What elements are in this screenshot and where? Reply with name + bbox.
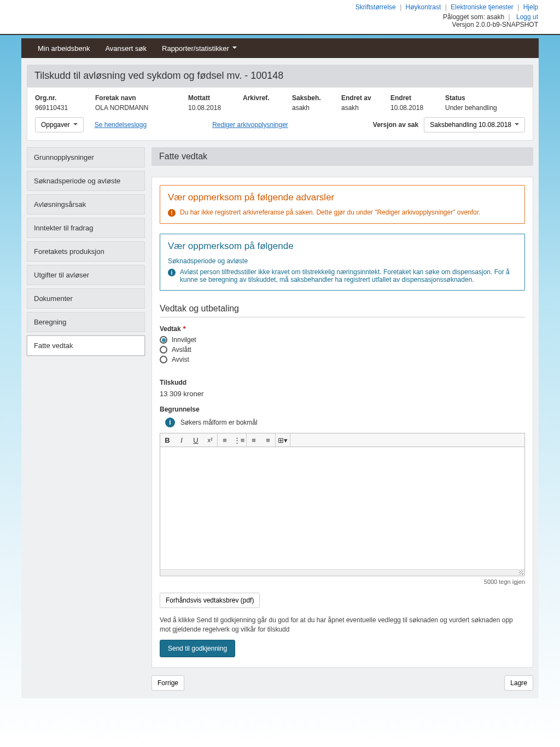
- begrunnelse-label: Begrunnelse: [160, 406, 525, 413]
- versjon-label: Versjon av sak: [373, 121, 418, 129]
- sidebar-item-4[interactable]: Foretakets produksjon: [27, 241, 145, 262]
- nav-advanced-search[interactable]: Avansert søk: [97, 44, 154, 53]
- page-title: Tilskudd til avløsning ved sykdom og fød…: [27, 65, 533, 87]
- resize-handle-icon[interactable]: [160, 569, 524, 576]
- foretak-value: OLA NORDMANN: [95, 104, 177, 112]
- main-heading: Fatte vedtak: [151, 147, 533, 166]
- version-text: Versjon 2.0.0-b9-SNAPSHOT: [452, 21, 538, 28]
- logout-link[interactable]: Logg ut: [516, 13, 538, 21]
- link-fontsize[interactable]: Skriftstørrelse: [355, 3, 396, 11]
- bullet-list-icon[interactable]: ≡: [218, 433, 232, 447]
- italic-icon[interactable]: I: [174, 433, 189, 447]
- sidebar-item-3[interactable]: Inntekter til fradrag: [27, 218, 145, 238]
- vedtak-radio-group: InnvilgetAvslåttAvvist: [160, 336, 525, 363]
- mottatt-value: 10.08.2018: [188, 104, 232, 112]
- nav-workbench[interactable]: Min arbeidsbenk: [30, 44, 97, 53]
- rich-text-editor: B I U x² ≡ ⋮≡ ≡: [160, 433, 525, 576]
- table-icon[interactable]: ⊞▾: [276, 433, 290, 447]
- char-count: 5000 tegn igjen: [160, 578, 525, 585]
- warning-title: Vær oppmerksom på følgende advarsler: [168, 192, 517, 203]
- radio-label: Innvilget: [172, 336, 196, 344]
- editor-toolbar: B I U x² ≡ ⋮≡ ≡: [160, 433, 524, 447]
- radio-avslått[interactable]: [160, 346, 167, 354]
- ordered-list-icon[interactable]: ⋮≡: [232, 433, 246, 447]
- info-subtitle: Søknadsperiode og avløste: [168, 257, 517, 265]
- saksbeh-value: asakh: [292, 104, 330, 112]
- case-info-panel: Org.nr. 969110431 Foretak navn OLA NORDM…: [27, 87, 533, 141]
- versjon-dropdown[interactable]: Saksbehandling 10.08.2018: [424, 117, 525, 132]
- main-navbar: Min arbeidsbenk Avansert søk Rapporter/s…: [21, 38, 539, 58]
- radio-label: Avslått: [172, 346, 191, 354]
- exclamation-icon: !: [168, 209, 176, 217]
- maalform-info: Søkers målform er bokmål: [180, 419, 258, 426]
- oppgaver-dropdown[interactable]: Oppgaver: [35, 117, 84, 132]
- endretav-value: asakh: [341, 104, 380, 112]
- sidebar-item-8[interactable]: Fatte vedtak: [27, 335, 145, 356]
- section-heading: Vedtak og utbetaling: [160, 304, 525, 317]
- saksbeh-label: Saksbeh.: [292, 94, 330, 102]
- link-contrast[interactable]: Høykontrast: [406, 3, 441, 11]
- preview-pdf-button[interactable]: Forhåndsvis vedtaksbrev (pdf): [160, 593, 260, 608]
- header-utility-links: Skriftstørrelse | Høykontrast | Elektron…: [22, 3, 538, 11]
- warning-message: Du har ikke registrert arkivreferanse på…: [180, 209, 480, 216]
- link-help[interactable]: Hjelp: [523, 3, 538, 11]
- logged-in-label: Pålogget som:: [443, 13, 485, 21]
- mottatt-label: Mottatt: [188, 94, 232, 102]
- warning-alert: Vær oppmerksom på følgende advarsler ! D…: [160, 185, 525, 224]
- sidebar-item-6[interactable]: Dokumenter: [27, 288, 145, 309]
- sidebar-item-0[interactable]: Grunnopplysninger: [27, 147, 145, 167]
- info-icon: i: [165, 418, 175, 427]
- radio-avvist[interactable]: [160, 356, 167, 363]
- sidebar-nav: GrunnopplysningerSøknadsperiode og avløs…: [27, 147, 145, 691]
- align-left-icon[interactable]: ≡: [247, 433, 261, 447]
- radio-label: Avvist: [172, 356, 189, 363]
- endret-label: Endret: [390, 94, 434, 102]
- status-value: Under behandling: [445, 104, 511, 112]
- arkivref-label: Arkivref.: [243, 94, 281, 102]
- send-disclaimer: Ved å klikke Send til godkjenning går du…: [160, 616, 525, 634]
- logged-in-user: asakh: [487, 13, 504, 21]
- nav-reports-dropdown[interactable]: Rapporter/statistikker: [154, 44, 244, 53]
- sidebar-item-1[interactable]: Søknadsperiode og avløste: [27, 171, 145, 191]
- endret-value: 10.08.2018: [390, 104, 434, 112]
- underline-icon[interactable]: U: [189, 433, 203, 447]
- prev-button[interactable]: Forrige: [151, 675, 184, 691]
- align-right-icon[interactable]: ≡: [261, 433, 275, 447]
- foretak-label: Foretak navn: [95, 94, 177, 102]
- bold-icon[interactable]: B: [160, 433, 174, 447]
- send-godkjenning-button[interactable]: Send til godkjenning: [160, 640, 235, 657]
- status-label: Status: [445, 94, 511, 102]
- orgnr-label: Org.nr.: [35, 94, 84, 102]
- save-button[interactable]: Lagre: [504, 675, 533, 691]
- endretav-label: Endret av: [341, 94, 380, 102]
- info-message: Avløst person tilfredsstiller ikke krave…: [180, 268, 517, 283]
- tilskudd-value: 13 309 kroner: [160, 390, 203, 398]
- rediger-arkiv-link[interactable]: Rediger arkivopplysninger: [212, 121, 288, 129]
- orgnr-value: 969110431: [35, 104, 84, 112]
- info-icon: i: [168, 269, 176, 276]
- info-title: Vær oppmerksom på følgende: [168, 241, 517, 252]
- info-alert: Vær oppmerksom på følgende Søknadsperiod…: [160, 234, 525, 291]
- sidebar-item-5[interactable]: Utgifter til avløser: [27, 265, 145, 285]
- vedtak-label: Vedtak*: [160, 325, 525, 333]
- sidebar-item-7[interactable]: Beregning: [27, 312, 145, 332]
- sidebar-item-2[interactable]: Avløsningsårsak: [27, 194, 145, 215]
- strikethrough-icon[interactable]: x²: [203, 433, 217, 447]
- link-eservices[interactable]: Elektroniske tjenester: [451, 3, 514, 11]
- begrunnelse-textarea[interactable]: [160, 447, 524, 568]
- hendelseslogg-link[interactable]: Se hendelseslogg: [95, 121, 147, 129]
- tilskudd-label: Tilskudd: [160, 379, 525, 386]
- radio-innvilget[interactable]: [160, 336, 167, 344]
